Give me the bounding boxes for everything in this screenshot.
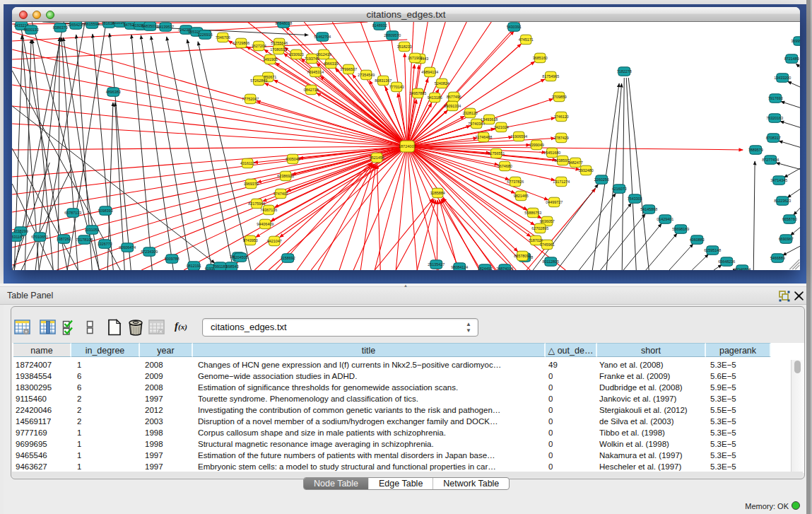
svg-text:28809570: 28809570 bbox=[384, 33, 401, 37]
svg-text:7182278: 7182278 bbox=[617, 69, 632, 74]
svg-text:27354549: 27354549 bbox=[358, 73, 375, 77]
svg-text:55698169: 55698169 bbox=[672, 227, 689, 231]
svg-text:3158692: 3158692 bbox=[281, 256, 295, 260]
svg-text:0812191: 0812191 bbox=[187, 264, 201, 268]
svg-text:3685160: 3685160 bbox=[533, 56, 548, 60]
svg-text:94406409: 94406409 bbox=[257, 222, 273, 226]
svg-text:71756551: 71756551 bbox=[488, 151, 505, 156]
svg-text:49894134: 49894134 bbox=[421, 70, 438, 74]
svg-text:2328120: 2328120 bbox=[463, 111, 478, 115]
svg-text:1969379: 1969379 bbox=[244, 182, 259, 186]
svg-text:34957885: 34957885 bbox=[409, 91, 426, 95]
svg-text:80831367: 80831367 bbox=[375, 78, 392, 83]
svg-text:3387262: 3387262 bbox=[57, 237, 71, 241]
svg-text:13493618: 13493618 bbox=[481, 117, 498, 122]
svg-text:5009788: 5009788 bbox=[165, 257, 180, 261]
svg-text:61595148: 61595148 bbox=[704, 248, 721, 252]
svg-text:17080531: 17080531 bbox=[270, 47, 287, 52]
svg-text:37631165: 37631165 bbox=[12, 235, 24, 239]
svg-text:80112805: 80112805 bbox=[542, 259, 559, 264]
svg-text:62702895: 62702895 bbox=[531, 226, 548, 230]
svg-text:76320163: 76320163 bbox=[766, 116, 783, 120]
svg-text:1031051: 1031051 bbox=[85, 228, 100, 232]
svg-text:1226916: 1226916 bbox=[198, 33, 213, 37]
svg-text:0842710: 0842710 bbox=[304, 88, 319, 92]
svg-text:65787133: 65787133 bbox=[64, 211, 81, 215]
svg-text:9636057: 9636057 bbox=[540, 219, 555, 223]
svg-text:9421047: 9421047 bbox=[267, 239, 282, 243]
svg-text:6690967: 6690967 bbox=[779, 237, 794, 241]
svg-text:8386379: 8386379 bbox=[53, 25, 68, 30]
svg-text:64835030: 64835030 bbox=[141, 24, 158, 28]
svg-text:4216073: 4216073 bbox=[612, 187, 627, 191]
svg-text:67737826: 67737826 bbox=[507, 180, 524, 184]
svg-text:36995777: 36995777 bbox=[791, 39, 799, 43]
svg-text:82175946: 82175946 bbox=[248, 201, 265, 206]
svg-text:34874016: 34874016 bbox=[496, 267, 513, 270]
svg-text:79740344: 79740344 bbox=[468, 122, 485, 126]
svg-text:98084124: 98084124 bbox=[451, 265, 468, 269]
svg-text:3482477: 3482477 bbox=[568, 160, 583, 165]
svg-text:57262849: 57262849 bbox=[250, 78, 267, 83]
svg-text:13433200: 13433200 bbox=[774, 76, 791, 80]
svg-text:9600133: 9600133 bbox=[24, 28, 39, 32]
svg-text:25135427: 25135427 bbox=[428, 262, 445, 267]
svg-text:2787429: 2787429 bbox=[554, 136, 569, 140]
svg-text:64139537: 64139537 bbox=[157, 25, 174, 29]
svg-text:34714345: 34714345 bbox=[770, 178, 787, 182]
svg-text:7917693: 7917693 bbox=[768, 96, 783, 100]
svg-text:0932480: 0932480 bbox=[579, 168, 594, 173]
svg-text:0330923: 0330923 bbox=[289, 52, 304, 57]
svg-text:76945314: 76945314 bbox=[307, 70, 324, 74]
svg-text:3518233: 3518233 bbox=[397, 45, 412, 49]
svg-text:1824493: 1824493 bbox=[478, 267, 493, 270]
svg-text:8677496: 8677496 bbox=[447, 95, 461, 99]
svg-text:81754965: 81754965 bbox=[542, 74, 559, 78]
svg-text:65648236: 65648236 bbox=[718, 259, 735, 264]
svg-text:2260256: 2260256 bbox=[594, 177, 609, 182]
svg-text:1326773: 1326773 bbox=[98, 242, 112, 246]
svg-text:1745961: 1745961 bbox=[540, 243, 555, 247]
svg-text:4060883: 4060883 bbox=[690, 238, 705, 242]
svg-text:7346706: 7346706 bbox=[216, 35, 230, 40]
svg-text:9821465: 9821465 bbox=[514, 194, 529, 198]
svg-text:7991183: 7991183 bbox=[213, 264, 228, 269]
svg-text:55886753: 55886753 bbox=[524, 211, 541, 215]
svg-text:1615594: 1615594 bbox=[85, 22, 100, 26]
svg-text:18724007: 18724007 bbox=[399, 144, 416, 148]
svg-text:86578091: 86578091 bbox=[514, 254, 531, 258]
svg-text:4005045: 4005045 bbox=[286, 157, 300, 161]
svg-text:6204505: 6204505 bbox=[233, 255, 248, 259]
svg-text:87234309: 87234309 bbox=[141, 250, 158, 254]
svg-text:3709859: 3709859 bbox=[552, 95, 567, 99]
svg-text:8721489: 8721489 bbox=[784, 57, 799, 61]
svg-text:62729806: 62729806 bbox=[233, 41, 249, 45]
svg-text:77752047: 77752047 bbox=[242, 97, 259, 101]
svg-text:1491905: 1491905 bbox=[263, 57, 278, 62]
svg-text:4896383: 4896383 bbox=[106, 90, 121, 94]
svg-text:9912419: 9912419 bbox=[317, 52, 331, 57]
svg-text:71746488: 71746488 bbox=[475, 135, 492, 139]
svg-text:4745171: 4745171 bbox=[519, 37, 534, 42]
svg-text:87277434: 87277434 bbox=[762, 158, 779, 162]
svg-text:7770143: 7770143 bbox=[389, 85, 404, 89]
svg-text:51462704: 51462704 bbox=[314, 35, 331, 39]
svg-text:54145868: 54145868 bbox=[640, 207, 657, 211]
svg-text:2421024: 2421024 bbox=[494, 125, 509, 129]
svg-text:29946804: 29946804 bbox=[734, 267, 751, 270]
svg-text:02606474: 02606474 bbox=[119, 245, 136, 250]
svg-text:04499727: 04499727 bbox=[546, 200, 563, 204]
svg-text:1399049: 1399049 bbox=[529, 143, 544, 147]
svg-text:99091334: 99091334 bbox=[444, 104, 461, 108]
svg-text:7543303: 7543303 bbox=[628, 197, 642, 201]
svg-text:9521456: 9521456 bbox=[370, 156, 384, 160]
svg-text:1671902: 1671902 bbox=[408, 56, 423, 60]
svg-text:1746120: 1746120 bbox=[554, 115, 569, 119]
svg-text:1627204: 1627204 bbox=[252, 44, 266, 48]
svg-text:7193745: 7193745 bbox=[305, 57, 319, 61]
svg-text:3747407: 3747407 bbox=[273, 192, 288, 196]
svg-text:81223623: 81223623 bbox=[774, 199, 791, 203]
svg-text:15451680: 15451680 bbox=[543, 151, 560, 155]
svg-text:73178108: 73178108 bbox=[76, 238, 93, 242]
svg-text:5430391: 5430391 bbox=[507, 25, 522, 29]
